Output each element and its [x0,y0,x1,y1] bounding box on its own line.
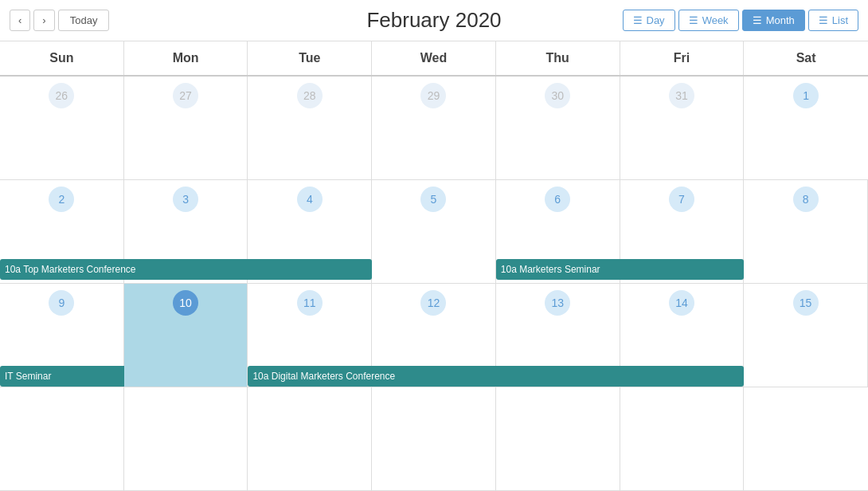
calendar-week-1: 26 27 28 29 30 31 1 [0,77,868,180]
day-cell-feb8[interactable]: 8 [744,180,868,283]
date-5: 5 [420,187,446,212]
day-cell-feb20[interactable] [496,387,620,490]
header-fri: Fri [620,41,745,75]
date-3: 3 [173,187,198,212]
event-marketers-seminar[interactable]: 10a Marketers Seminar [496,259,744,280]
day-cell-feb17[interactable] [124,387,248,490]
date-15: 15 [793,290,819,316]
calendar-title: February 2020 [366,8,501,33]
date-7: 7 [669,187,694,212]
calendar-container: Sun Mon Tue Wed Thu Fri Sat 26 27 28 29 … [0,41,868,491]
calendar-grid: 26 27 28 29 30 31 1 2 [0,77,868,491]
week-view-button[interactable]: ☰ Week [678,10,739,31]
calendar-week-3: 9 10 11 12 13 14 15 IT Seminar [0,284,868,387]
date-31: 31 [669,83,694,108]
day-cell-jan27[interactable]: 27 [124,77,248,179]
day-cell-feb19[interactable] [372,387,496,490]
day-view-label: Day [647,14,665,26]
header-sat: Sat [744,41,868,75]
day-cell-feb16[interactable] [0,387,124,490]
date-2: 2 [49,187,74,212]
next-button[interactable]: › [33,10,54,31]
month-view-icon: ☰ [753,14,762,26]
date-8: 8 [793,187,819,212]
day-cell-feb18[interactable] [248,387,372,490]
today-button[interactable]: Today [58,10,110,31]
header-wed: Wed [372,41,496,75]
day-cell-jan29[interactable]: 29 [372,77,496,179]
day-cell-feb10[interactable]: 10 [124,284,248,387]
date-1: 1 [793,83,819,108]
month-view-label: Month [766,14,795,26]
event-it-seminar[interactable]: IT Seminar [0,366,124,387]
date-27: 27 [173,83,198,108]
day-headers-row: Sun Mon Tue Wed Thu Fri Sat [0,41,868,77]
day-cell-jan30[interactable]: 30 [496,77,620,179]
event-digital-marketers-conference[interactable]: 10a Digital Marketers Conference [248,366,744,387]
header-tue: Tue [248,41,372,75]
event-top-marketers-conference[interactable]: 10a Top Marketers Conference [0,259,372,280]
day-cell-feb22[interactable] [744,387,868,490]
week-view-icon: ☰ [689,14,698,26]
prev-button[interactable]: ‹ [10,10,30,31]
week-view-label: Week [702,14,729,26]
header-sun: Sun [0,41,124,75]
day-view-icon: ☰ [633,14,643,26]
day-cell-jan26[interactable]: 26 [0,77,124,179]
list-view-label: List [832,14,848,26]
date-30: 30 [545,83,570,108]
day-view-button[interactable]: ☰ Day [623,10,675,31]
calendar-week-4 [0,387,868,491]
header-thu: Thu [496,41,620,75]
day-cell-feb5[interactable]: 5 [372,180,496,283]
date-28: 28 [297,83,323,108]
day-cell-feb15[interactable]: 15 [744,284,868,387]
list-view-icon: ☰ [819,14,828,26]
day-cell-jan28[interactable]: 28 [248,77,372,179]
nav-controls: ‹ › Today [10,10,109,31]
day-cell-feb1[interactable]: 1 [744,77,868,179]
date-12: 12 [420,290,446,316]
date-6: 6 [545,187,570,212]
date-14: 14 [669,290,694,316]
date-29: 29 [420,83,446,108]
date-4: 4 [297,187,323,212]
day-cell-feb21[interactable] [620,387,745,490]
month-view-button[interactable]: ☰ Month [742,10,805,31]
day-cell-jan31[interactable]: 31 [620,77,745,179]
date-9: 9 [49,290,74,316]
header-mon: Mon [124,41,248,75]
date-13: 13 [545,290,570,316]
list-view-button[interactable]: ☰ List [808,10,858,31]
date-26: 26 [49,83,74,108]
calendar-header: ‹ › Today February 2020 ☰ Day ☰ Week ☰ M… [0,0,868,41]
calendar-week-2: 2 3 4 5 6 7 8 10a Top Marketers Confer [0,180,868,284]
date-10: 10 [173,290,198,316]
view-switcher: ☰ Day ☰ Week ☰ Month ☰ List [623,10,859,31]
date-11: 11 [297,290,323,316]
